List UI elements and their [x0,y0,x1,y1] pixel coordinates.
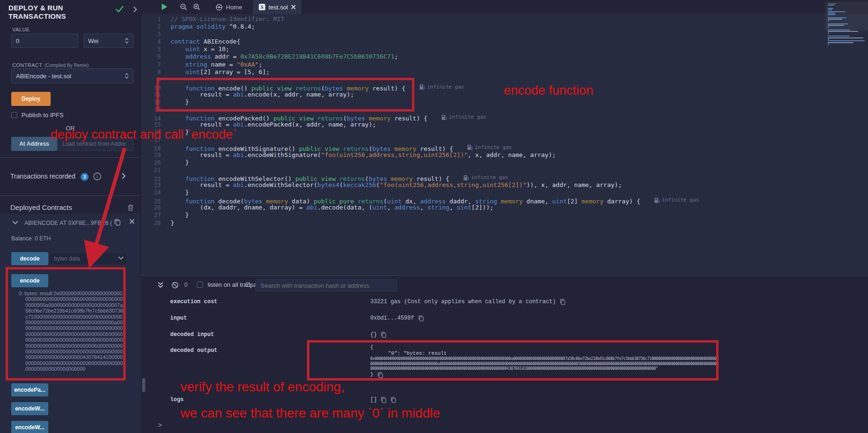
editor-minimap[interactable] [827,1,866,48]
code-line[interactable]: 16 } [141,128,844,136]
code-line[interactable]: 15 result = abi.encodePacked(x, addr, na… [141,121,844,128]
contract-function-button[interactable]: encodeW... [11,421,48,433]
line-number: 8 [141,68,171,76]
code-line[interactable]: 3 [141,30,844,38]
zoom-out-icon[interactable] [180,3,187,11]
panel-expand-chevron-icon[interactable] [133,6,137,13]
terminal-prompt[interactable]: > [158,422,162,429]
code-line[interactable]: 27 } [141,211,844,219]
code-line[interactable]: 5 uint x = 10; [141,45,844,53]
deployed-contracts-title: Deployed Contracts [10,203,72,211]
code-line[interactable]: 26 (dx, daddr, dname, darray) = abi.deco… [141,204,844,211]
select-stepper-icon [125,73,129,79]
code-line[interactable]: 23 result = abi.encodeWithSelector(bytes… [141,181,844,189]
run-script-play-icon[interactable] [161,3,168,11]
copy-icon[interactable] [560,299,566,305]
copy-icon[interactable] [418,315,424,321]
terminal-resize-chevrons-icon[interactable] [157,282,164,289]
annotation-box-encode-code [157,78,414,112]
code-line[interactable]: 22 function encodeWithSelector() public … [141,174,844,181]
line-number: 3 [141,30,171,38]
value-label: VALUE [12,27,30,32]
code-line[interactable]: 21 [141,166,844,174]
copy-icon[interactable] [381,331,387,338]
publish-ipfs-checkbox[interactable] [11,112,17,118]
pending-tx-count: 0 [184,281,187,288]
deploy-button[interactable]: Deploy [11,92,51,106]
copy-icon[interactable] [381,396,387,403]
gas-estimate-note: infinite gas [419,83,464,91]
code-lines: 1// SPDX-License-Identifier: MIT2pragma … [141,15,844,227]
search-icon [245,282,252,289]
minimap-viewport [825,1,868,30]
gas-estimate-note: infinite gas [464,174,508,181]
listen-all-transactions-checkbox[interactable] [197,282,203,288]
code-line[interactable]: 28} [141,219,844,227]
contract-label: CONTRACT (Compiled By Remix) [12,60,89,69]
code-line[interactable]: 2pragma solidity ^0.8.4; [141,23,844,30]
contract-function-button[interactable]: encodeW... [11,402,48,415]
terminal-row: logs [] [170,396,184,403]
publish-ipfs-label: Publish to IPFS [22,112,64,119]
code-line[interactable]: 4contract ABIEncode{ [141,38,844,45]
solidity-file-icon: S [259,4,265,10]
code-line[interactable]: 20 } [141,159,844,166]
remix-ide-window: DEPLOY & RUN TRANSACTIONS VALUE Wei CONT… [0,0,868,433]
annotation-box-encode-output [6,267,126,381]
line-number: 2 [141,23,171,30]
contract-select[interactable]: ABIEncode - test.sol [11,68,134,83]
compile-success-check-icon [115,6,124,13]
code-line[interactable]: 24 } [141,189,844,196]
annotation-box-decoded-output [307,340,718,381]
zoom-in-icon[interactable] [193,3,201,11]
code-line[interactable]: 25 function decode(bytes memory data) pu… [141,196,844,204]
code-line[interactable]: 19 result = abi.encodeWithSignature("foo… [141,151,844,159]
terminal-row: decoded input {} [170,331,214,338]
code-line[interactable]: 14 function encodePacked() public view r… [141,113,844,121]
tab-test-sol[interactable]: S test.sol [253,0,301,14]
annotation-encode-function: encode function [504,83,593,98]
line-number: 4 [141,38,171,45]
editor-tab-bar: Home S test.sol [141,0,868,14]
terminal-row: input 0xbd1...4598f [170,315,187,321]
transactions-recorded-label: Transactions recorded [10,172,75,180]
annotation-verify-line2: we can see that there are many `0` in mi… [180,406,440,421]
terminal-scrollbar-thumb[interactable] [142,378,145,392]
balance-text: Balance: 0 ETH [11,235,51,242]
code-line[interactable]: 6 address addr = 0x7A58c0Be72BE218B41C60… [141,53,844,60]
gas-estimate-note: infinite gas [654,196,699,204]
tab-home[interactable]: Home [210,0,248,14]
code-line[interactable]: 17 [141,136,844,144]
clear-console-ban-icon[interactable] [172,282,179,289]
code-line[interactable]: 8 uint[2] array = [5, 6]; [141,68,844,76]
unit-select[interactable]: Wei [83,34,134,48]
contract-function-button[interactable]: encodePa... [11,383,48,396]
panel-title: DEPLOY & RUN TRANSACTIONS [8,4,109,21]
annotation-deploy-call: deploy contract and call `encode` [51,127,237,142]
contract-collapse-chevron-icon[interactable] [12,221,18,225]
line-number: 1 [141,15,171,23]
terminal-row: execution cost 33221 gas (Cost only appl… [170,299,217,305]
value-input[interactable] [11,34,78,48]
code-line[interactable]: 1// SPDX-License-Identifier: MIT [141,15,844,23]
copy-icon[interactable] [390,396,397,403]
code-line[interactable]: 18 function encodeWithSignature() public… [141,144,844,151]
gas-estimate-note: infinite gas [467,144,512,151]
terminal-header: 0 listen on all transactions [141,279,868,292]
annotation-arrow [70,141,150,272]
line-number: 7 [141,61,171,68]
gas-estimate-note: infinite gas [441,113,486,121]
decode-button[interactable]: decode [11,252,48,265]
code-line[interactable]: 7 string name = "0xAA"; [141,61,844,68]
home-icon [216,4,223,11]
close-tab-icon[interactable] [291,5,296,9]
line-number: 5 [141,45,171,53]
terminal-search-input[interactable] [255,279,397,291]
terminal-row: decoded output { "0": "bytes: result 0x0… [170,347,217,354]
select-stepper-icon [125,37,129,44]
annotation-verify-line1: verify the result of encoding, [180,380,344,395]
line-number: 6 [141,53,171,60]
